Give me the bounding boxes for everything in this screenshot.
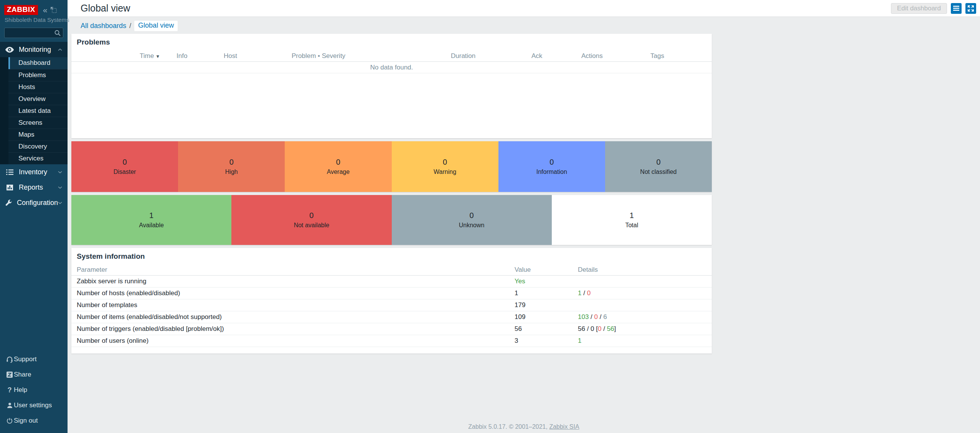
severity-label: Average bbox=[327, 169, 350, 175]
sidebar-item-services[interactable]: Services bbox=[8, 152, 68, 164]
severity-count: 0 bbox=[123, 158, 127, 167]
hamburger-icon bbox=[953, 6, 959, 11]
details-segment: / bbox=[601, 325, 607, 332]
table-row: Number of items (enabled/disabled/not su… bbox=[71, 311, 712, 323]
sidebar-section-label: Monitoring bbox=[19, 46, 58, 54]
undock-sidebar-icon[interactable] bbox=[51, 7, 57, 13]
details-segment: / bbox=[589, 313, 594, 321]
severity-cell-high[interactable]: 0 High bbox=[178, 141, 285, 192]
value-cell: 179 bbox=[515, 301, 578, 309]
severity-cell-average[interactable]: 0 Average bbox=[285, 141, 391, 192]
table-row: Number of templates 179 bbox=[71, 299, 712, 311]
severity-cell-disaster[interactable]: 0 Disaster bbox=[71, 141, 178, 192]
sidebar-item-label: Sign out bbox=[14, 417, 38, 425]
page-title: Global view bbox=[81, 3, 891, 14]
column-problem-severity: Problem • Severity bbox=[292, 52, 451, 60]
value-cell: 109 bbox=[515, 313, 578, 321]
sidebar-item-discovery[interactable]: Discovery bbox=[8, 140, 68, 152]
sidebar-item-overview[interactable]: Overview bbox=[8, 93, 68, 105]
sidebar-item-label: Support bbox=[14, 355, 37, 363]
sidebar-item-user-settings[interactable]: User settings bbox=[0, 398, 68, 413]
table-row: Zabbix server is running Yes bbox=[71, 276, 712, 288]
footer-zabbix-sia-link[interactable]: Zabbix SIA bbox=[549, 423, 579, 430]
sidebar-header: ZABBIX « bbox=[0, 0, 68, 15]
sidebar-section-monitoring[interactable]: Monitoring bbox=[0, 42, 68, 57]
footer-version-text: Zabbix 5.0.17. © 2001–2021, bbox=[468, 423, 549, 430]
sidebar-item-label: Share bbox=[14, 371, 31, 378]
sidebar-item-screens[interactable]: Screens bbox=[8, 117, 68, 129]
severity-count: 0 bbox=[443, 158, 447, 167]
value-cell: 1 bbox=[515, 289, 578, 297]
collapse-sidebar-icon[interactable]: « bbox=[43, 7, 48, 13]
table-header-row: Parameter Value Details bbox=[71, 264, 712, 276]
column-ack: Ack bbox=[531, 52, 581, 60]
server-name: Shibboleth Data Systems bbox=[0, 15, 68, 23]
sidebar-item-sign-out[interactable]: Sign out bbox=[0, 413, 68, 428]
breadcrumb-all-dashboards[interactable]: All dashboards bbox=[81, 22, 126, 30]
host-availability-widget: 1 Available 0 Not available 0 Unknown 1 … bbox=[71, 195, 712, 245]
parameter-cell: Number of users (online) bbox=[77, 337, 515, 345]
details-cell: 1 bbox=[578, 337, 706, 345]
severity-cell-information[interactable]: 0 Information bbox=[498, 141, 605, 192]
sidebar-item-share[interactable]: Share bbox=[0, 367, 68, 382]
sidebar-section-label: Configuration bbox=[17, 199, 58, 207]
availability-count: 1 bbox=[149, 211, 153, 220]
sort-desc-icon: ▼ bbox=[155, 54, 160, 59]
column-info: Info bbox=[177, 52, 224, 60]
sidebar-section-reports[interactable]: Reports bbox=[0, 180, 68, 195]
search-box bbox=[4, 28, 63, 38]
column-details: Details bbox=[578, 266, 706, 274]
sidebar-item-dashboard[interactable]: Dashboard bbox=[8, 57, 68, 69]
zabbix-logo[interactable]: ZABBIX bbox=[4, 5, 38, 15]
severity-cell-not-classified[interactable]: 0 Not classified bbox=[605, 141, 712, 192]
widget-title: Problems bbox=[71, 34, 712, 46]
availability-cell-available: 1 Available bbox=[71, 195, 231, 245]
wrench-icon bbox=[5, 200, 12, 206]
details-segment: 6 bbox=[603, 313, 607, 321]
main-area: Global view Edit dashboard All dashboard… bbox=[68, 0, 980, 433]
sidebar-item-support[interactable]: Support bbox=[0, 352, 68, 367]
dashboard-list-button[interactable] bbox=[951, 3, 962, 14]
list-icon bbox=[5, 169, 14, 175]
severity-cell-warning[interactable]: 0 Warning bbox=[392, 141, 498, 192]
problems-by-severity-widget: 0 Disaster 0 High 0 Average 0 Warning 0 bbox=[71, 141, 712, 192]
column-host: Host bbox=[224, 52, 292, 60]
availability-count: 1 bbox=[630, 211, 634, 220]
sidebar-item-problems[interactable]: Problems bbox=[8, 69, 68, 81]
breadcrumb-current[interactable]: Global view bbox=[134, 21, 178, 31]
search-icon[interactable] bbox=[54, 30, 61, 36]
severity-label: High bbox=[225, 169, 238, 175]
parameter-cell: Number of items (enabled/disabled/not su… bbox=[77, 313, 515, 321]
problems-widget: Problems Time▼ Info Host Problem • Sever… bbox=[71, 34, 712, 138]
sidebar-item-maps[interactable]: Maps bbox=[8, 129, 68, 140]
breadcrumb-separator: / bbox=[129, 22, 131, 30]
sidebar-section-configuration[interactable]: Configuration bbox=[0, 195, 68, 210]
details-segment: / bbox=[581, 289, 587, 297]
availability-label: Unknown bbox=[459, 222, 485, 229]
sidebar-section-label: Reports bbox=[19, 183, 58, 192]
details-segment: ] bbox=[614, 325, 616, 332]
column-time[interactable]: Time▼ bbox=[140, 52, 177, 60]
chevron-down-icon bbox=[58, 186, 62, 189]
parameter-cell: Zabbix server is running bbox=[77, 278, 515, 285]
system-information-table: Parameter Value Details Zabbix server is… bbox=[71, 264, 712, 347]
no-data-message: No data found. bbox=[71, 62, 712, 73]
sidebar-section-label: Inventory bbox=[19, 168, 58, 176]
value-cell: Yes bbox=[515, 278, 578, 285]
severity-label: Not classified bbox=[640, 169, 676, 175]
sidebar-item-latest-data[interactable]: Latest data bbox=[8, 105, 68, 117]
zabbix-app: ZABBIX « Shibboleth Data Systems Monitor… bbox=[0, 0, 980, 433]
details-segment: 0 bbox=[594, 313, 598, 321]
value-cell: 56 bbox=[515, 325, 578, 333]
edit-dashboard-button[interactable]: Edit dashboard bbox=[891, 3, 947, 14]
sidebar-item-help[interactable]: ? Help bbox=[0, 382, 68, 398]
sidebar-item-hosts[interactable]: Hosts bbox=[8, 81, 68, 93]
details-segment: 0 bbox=[587, 289, 591, 297]
kiosk-mode-button[interactable] bbox=[965, 3, 976, 14]
severity-label: Disaster bbox=[114, 169, 136, 175]
severity-count: 0 bbox=[656, 158, 660, 167]
question-mark-icon: ? bbox=[5, 386, 14, 394]
sidebar-section-inventory[interactable]: Inventory bbox=[0, 164, 68, 180]
chevron-up-icon bbox=[58, 48, 62, 51]
sidebar-item-label: Help bbox=[14, 386, 27, 394]
